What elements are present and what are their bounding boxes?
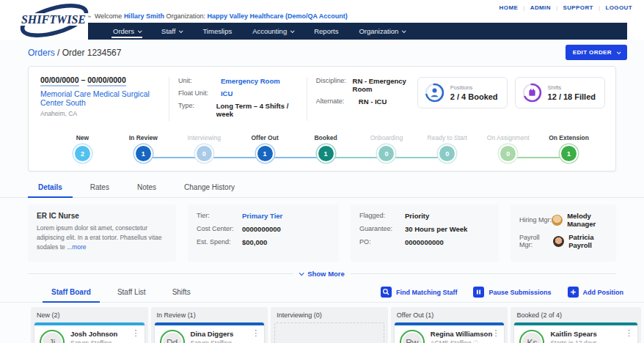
float-unit-link[interactable]: ICU bbox=[221, 89, 233, 97]
staff-card-dina-diggers[interactable]: Dd Dina Diggers Saturn Staffing Submitte… bbox=[155, 322, 265, 343]
logout-link[interactable]: LOGOUT bbox=[605, 4, 632, 11]
edit-order-button[interactable]: EDIT ORDER bbox=[566, 45, 627, 60]
stage-interviewing[interactable]: Interviewing 0 bbox=[174, 130, 235, 171]
column-booked: Booked (2 of 4) Ks Kaitlin Spears Starts… bbox=[511, 307, 641, 343]
nav-organization[interactable]: Organization bbox=[348, 23, 415, 40]
column-title: Interviewing (0) bbox=[277, 311, 384, 319]
breadcrumb: Orders / Order 1234567 bbox=[28, 48, 616, 58]
tab-rates[interactable]: Rates bbox=[80, 179, 120, 197]
order-summary-card: 00/00/0000 – 00/00/0000 Memorial Care Me… bbox=[28, 66, 616, 172]
stage-new[interactable]: New 2 bbox=[52, 130, 113, 171]
kebab-menu-icon[interactable]: ⋮ bbox=[491, 328, 500, 338]
stage-booked[interactable]: Booked 1 bbox=[296, 130, 356, 171]
hiring-manager-name: Melody Manager bbox=[567, 212, 607, 228]
column-title: Booked (2 of 4) bbox=[516, 311, 637, 319]
avatar: Ks bbox=[519, 330, 544, 343]
avatar: Dd bbox=[160, 330, 185, 343]
staff-agency: Saturn Staffing bbox=[191, 339, 241, 343]
staff-card-kaitlin-spears[interactable]: Ks Kaitlin Spears Starts in 12 days 3 Fu… bbox=[514, 322, 637, 343]
stage-on-assignment[interactable]: On Assignment 0 bbox=[477, 130, 538, 171]
kebab-menu-icon[interactable]: ⋮ bbox=[132, 328, 140, 338]
avatar bbox=[552, 215, 563, 226]
unit-link[interactable]: Emergency Room bbox=[221, 77, 280, 85]
staff-card-josh-johnson[interactable]: Jj Josh Johnson Saturn Staffing Submitte… bbox=[34, 322, 144, 343]
cost-center-value: 0000000000 bbox=[242, 225, 281, 233]
breadcrumb-row: Orders / Order 1234567 EDIT ORDER bbox=[0, 40, 644, 62]
organization-link[interactable]: Happy Valley Healthcare (Demo/QA Account… bbox=[207, 12, 347, 20]
flagged-value: Priority bbox=[405, 212, 429, 220]
kebab-menu-icon[interactable]: ⋮ bbox=[252, 328, 260, 338]
favorite-icon[interactable]: ♡ bbox=[473, 339, 479, 343]
stage-onboarding[interactable]: Onboarding 0 bbox=[356, 130, 417, 171]
avatar: Jj bbox=[40, 330, 65, 343]
tab-shifts[interactable]: Shifts bbox=[164, 284, 200, 302]
breadcrumb-orders-link[interactable]: Orders bbox=[28, 48, 55, 58]
stage-count-badge: 1 bbox=[318, 146, 334, 161]
stage-count-badge: 0 bbox=[197, 146, 212, 161]
column-title: New (2) bbox=[37, 311, 144, 319]
flags-box: Flagged:Priority Guarantee:30 Hours per … bbox=[351, 204, 499, 262]
nav-timeslips[interactable]: Timeslips bbox=[192, 23, 242, 40]
stage-connector bbox=[143, 157, 204, 158]
est-spend-value: $00,000 bbox=[242, 238, 267, 246]
kebab-menu-icon[interactable]: ⋮ bbox=[625, 328, 633, 338]
support-link[interactable]: SUPPORT bbox=[563, 4, 593, 11]
stage-count-badge: 1 bbox=[136, 146, 151, 161]
staff-start-info: Starts in 12 days bbox=[550, 339, 596, 343]
order-info-row: 00/00/0000 – 00/00/0000 Memorial Care Me… bbox=[29, 67, 615, 128]
hiring-manager-row: Hiring Mgr: Melody Manager bbox=[519, 212, 607, 228]
tier-link[interactable]: Primary Tier bbox=[242, 212, 282, 220]
stage-offer-out[interactable]: Offer Out 1 bbox=[235, 130, 296, 171]
stage-ready-to-start[interactable]: Ready to Start 0 bbox=[417, 130, 477, 171]
facility-section: 00/00/0000 – 00/00/0000 Memorial Care Me… bbox=[40, 75, 160, 122]
discipline-section: Discipline:RN - Emergency Room Alternate… bbox=[316, 75, 417, 122]
job-title: ER IC Nurse bbox=[37, 212, 167, 220]
staff-card-regina-williamson[interactable]: Rw Regina Williamson ACME Staffing ♡ Sub… bbox=[395, 322, 505, 343]
nav-accounting[interactable]: Accounting bbox=[242, 23, 304, 40]
admin-link[interactable]: ADMIN bbox=[530, 4, 551, 11]
unit-section: Unit:Emergency Room Float Unit:ICU Type:… bbox=[178, 75, 298, 122]
column-title: Offer Out (1) bbox=[397, 311, 505, 319]
more-link[interactable]: ...more bbox=[67, 243, 86, 251]
find-matching-staff-button[interactable]: Find Matching Staff bbox=[381, 287, 458, 298]
user-name-link[interactable]: Hillary Smith bbox=[124, 12, 164, 20]
stage-on-extension[interactable]: On Extension 1 bbox=[538, 130, 599, 171]
shifts-badge: Shifts 12 / 18 Filled bbox=[515, 77, 605, 108]
status-pipeline: New 2 In Review 1 Interviewing 0 Offer O… bbox=[52, 130, 599, 171]
chevron-down-icon bbox=[299, 270, 304, 276]
shiftwise-logo[interactable]: SHIFTWISE ™ bbox=[18, 1, 91, 40]
welcome-line: Welcome Hillary Smith Organization: Happ… bbox=[95, 12, 348, 20]
tab-staff-board[interactable]: Staff Board bbox=[43, 284, 100, 303]
order-detail-tabs: Details Rates Notes Change History bbox=[0, 179, 644, 198]
payroll-manager-name: Patricia Payroll bbox=[568, 233, 607, 249]
search-icon bbox=[381, 287, 392, 298]
staff-name: Regina Williamson bbox=[431, 330, 492, 338]
stage-connector bbox=[387, 157, 447, 158]
pause-submissions-button[interactable]: Pause Submissions bbox=[473, 287, 551, 298]
chevron-down-icon bbox=[138, 29, 142, 33]
nav-orders[interactable]: Orders bbox=[103, 23, 151, 40]
job-description: Lorem ipsum dolor sit amet, consectetur … bbox=[37, 224, 167, 253]
nav-reports[interactable]: Reports bbox=[304, 23, 348, 40]
add-position-button[interactable]: Add Position bbox=[568, 287, 624, 298]
empty-column-dropzone[interactable] bbox=[274, 322, 384, 343]
home-link[interactable]: HOME bbox=[500, 4, 519, 11]
show-more-button[interactable]: Show More bbox=[299, 270, 345, 278]
tab-notes[interactable]: Notes bbox=[127, 179, 167, 197]
tab-staff-list[interactable]: Staff List bbox=[109, 284, 155, 302]
stage-count-badge: 0 bbox=[439, 146, 455, 161]
main-nav: Orders Staff Timeslips Accounting Report… bbox=[88, 23, 627, 40]
chevron-down-icon bbox=[179, 29, 183, 33]
column-offer-out: Offer Out (1) Rw Regina Williamson ACME … bbox=[391, 307, 508, 343]
utility-nav: HOME| ADMIN| SUPPORT| LOGOUT bbox=[500, 4, 632, 11]
facility-link[interactable]: Memorial Care Medical Surgical Center So… bbox=[40, 89, 160, 107]
tab-details[interactable]: Details bbox=[28, 179, 73, 198]
stage-connector bbox=[265, 157, 326, 158]
nav-staff[interactable]: Staff bbox=[151, 23, 192, 40]
staff-agency: Saturn Staffing bbox=[70, 339, 120, 343]
stage-count-badge: 2 bbox=[75, 146, 90, 161]
column-interviewing: Interviewing (0) bbox=[271, 307, 388, 343]
tab-change-history[interactable]: Change History bbox=[174, 179, 245, 197]
stage-in-review[interactable]: In Review 1 bbox=[113, 130, 174, 171]
staff-board: New (2) Jj Josh Johnson Saturn Staffing … bbox=[31, 307, 641, 343]
